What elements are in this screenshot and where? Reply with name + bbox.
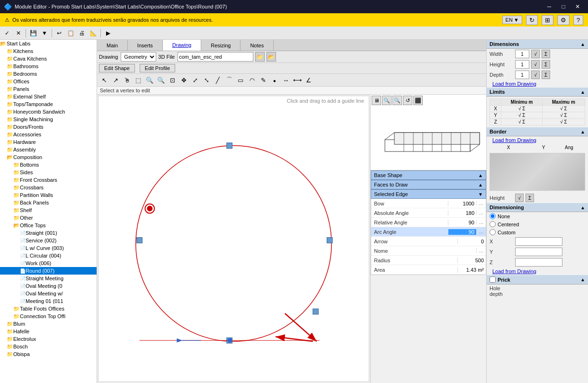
tool-zoom-in[interactable]: 🔍 xyxy=(144,75,155,85)
tool-cursor[interactable]: 🖱 xyxy=(122,75,132,85)
tree-item[interactable]: 📁 Kitchens xyxy=(0,47,97,55)
tool-copy[interactable]: ⤡ xyxy=(201,75,212,85)
dim-x-input[interactable] xyxy=(515,237,562,246)
dim-z-input[interactable] xyxy=(515,258,562,267)
width-sigma[interactable]: Σ xyxy=(542,50,550,58)
grid-button[interactable]: ⊞ xyxy=(542,15,553,25)
dropdown-button[interactable]: ▼ xyxy=(39,28,50,38)
dim-y-input[interactable] xyxy=(515,248,562,256)
language-button[interactable]: EN ▼ xyxy=(502,16,522,24)
tree-item[interactable]: 📁 Honeycomb Sandwich xyxy=(0,108,97,116)
maximize-button[interactable]: □ xyxy=(557,2,570,11)
tree-item[interactable]: 📁 Back Panels xyxy=(0,199,97,206)
print-button[interactable]: 🖨 xyxy=(77,28,87,38)
tool-zoom-fit[interactable]: ⊡ xyxy=(167,75,178,85)
tree-container[interactable]: 📂 Start Labs📁 Kitchens📁 Cava Kitchens📁 B… xyxy=(0,40,97,383)
tree-item[interactable]: 📂 Start Labs xyxy=(0,40,97,47)
radio-custom[interactable] xyxy=(490,229,496,235)
file-search-button[interactable]: 📁 xyxy=(255,52,265,62)
radio-centered[interactable] xyxy=(490,221,496,227)
help-button[interactable]: ? xyxy=(573,15,583,25)
tree-item[interactable]: 📁 Cava Kitchens xyxy=(0,55,97,62)
tool-arrow[interactable]: ↖ xyxy=(99,75,109,85)
tool-pan[interactable]: ⤢ xyxy=(190,75,200,85)
tool-node[interactable]: ⬥ xyxy=(269,75,280,85)
tree-item[interactable]: 📁 Bathrooms xyxy=(0,62,97,70)
tree-item[interactable]: 📁 Other xyxy=(0,214,97,222)
tab-inserts[interactable]: Inserts xyxy=(128,40,163,51)
load-from-drawing-link[interactable]: Load from Drawing xyxy=(490,80,539,88)
tree-item[interactable]: 📁 Doors/Fronts xyxy=(0,123,97,131)
preview-btn-2[interactable]: 🔍 xyxy=(382,96,392,105)
limits-z-max[interactable]: √ Σ xyxy=(542,119,585,125)
tree-item[interactable]: 📁 Bosch xyxy=(0,343,97,350)
settings-button[interactable]: ⚙ xyxy=(557,15,570,25)
limits-z-min[interactable]: √ Σ xyxy=(501,119,543,125)
tree-item[interactable]: 📁 Bottoms xyxy=(0,161,97,169)
edit-shape-button[interactable]: Edit Shape xyxy=(99,64,135,72)
border-height-sigma[interactable]: Σ xyxy=(526,194,534,202)
selected-edge-header[interactable]: Selected Edge ▼ xyxy=(371,189,486,199)
tree-item[interactable]: 📁 External Shelf xyxy=(0,93,97,100)
height-sigma[interactable]: Σ xyxy=(542,60,550,69)
radius-value[interactable]: 500 xyxy=(457,258,486,263)
height-sqrt[interactable]: √ xyxy=(531,60,540,69)
limits-expand[interactable]: ▲ xyxy=(580,89,585,95)
limits-y-max[interactable]: √ Σ xyxy=(542,112,585,119)
tree-item[interactable]: 📁 Panels xyxy=(0,85,97,93)
tree-item[interactable]: 📂 Composition xyxy=(0,153,97,161)
undo-button[interactable]: ↩ xyxy=(54,28,64,38)
tool-rect[interactable]: ▭ xyxy=(235,75,246,85)
tool-measure2[interactable]: ⟷ xyxy=(292,75,303,85)
tree-item[interactable]: 📄 Round (007) xyxy=(0,267,97,275)
edit-profile-button[interactable]: Edit Profile xyxy=(140,64,175,72)
copy-button[interactable]: 📋 xyxy=(65,28,76,38)
rel-angle-value[interactable]: 90 xyxy=(448,220,476,225)
tree-item[interactable]: 📄 Straight Meeting xyxy=(0,275,97,282)
tree-item[interactable]: 📁 Connection Top Offi xyxy=(0,312,97,320)
bow-dots[interactable]: … xyxy=(476,201,486,206)
tool-line[interactable]: ╱ xyxy=(213,75,223,85)
faces-draw-header[interactable]: Faces to Draw ▲ xyxy=(371,180,486,189)
tab-main[interactable]: Main xyxy=(97,40,128,51)
file-3d-input[interactable] xyxy=(178,52,253,62)
tool-arc[interactable]: ◠ xyxy=(247,75,257,85)
border-expand[interactable]: ▲ xyxy=(580,129,585,134)
width-sqrt[interactable]: √ xyxy=(531,50,540,58)
rel-angle-dots[interactable]: … xyxy=(476,220,486,225)
measure-button[interactable]: 📐 xyxy=(88,28,98,38)
tree-item[interactable]: 📁 Crossbars xyxy=(0,184,97,191)
tree-item[interactable]: 📁 Tops/Tamponade xyxy=(0,100,97,108)
border-height-sqrt[interactable]: √ xyxy=(515,194,524,202)
tree-item[interactable]: 📁 Hardware xyxy=(0,138,97,146)
limits-x-max[interactable]: √ Σ xyxy=(542,106,585,112)
tool-move[interactable]: ✥ xyxy=(178,75,189,85)
cancel-button[interactable]: ✕ xyxy=(13,28,24,38)
nome-dots[interactable]: … xyxy=(476,248,486,253)
tool-select[interactable]: ↗ xyxy=(110,75,121,85)
prick-label-row[interactable]: Prick xyxy=(490,276,510,283)
faces-draw-expand[interactable]: ▲ xyxy=(478,182,483,187)
tree-item[interactable]: 📄 Straight (001) xyxy=(0,229,97,237)
tree-item[interactable]: 📁 Electrolux xyxy=(0,335,97,343)
tool-zoom-out[interactable]: 🔍 xyxy=(156,75,166,85)
tree-item[interactable]: 📁 Shelf xyxy=(0,206,97,214)
tree-item[interactable]: 📁 Blum xyxy=(0,320,97,328)
width-input[interactable] xyxy=(515,50,529,58)
tree-item[interactable]: 📄 Work (006) xyxy=(0,259,97,267)
tree-item[interactable]: 📁 Offices xyxy=(0,78,97,85)
tree-item[interactable]: 📄 L w/ Curve (003) xyxy=(0,244,97,252)
arc-angle-value[interactable]: 90 xyxy=(448,229,476,235)
base-shape-header[interactable]: Base Shape ▲ xyxy=(371,170,486,180)
tree-item[interactable]: 📁 Accessories xyxy=(0,131,97,138)
drawing-dropdown[interactable]: Geometry xyxy=(121,52,156,62)
save-button[interactable]: 💾 xyxy=(28,28,38,38)
run-button[interactable]: ▶ xyxy=(103,28,113,38)
close-button[interactable]: ✕ xyxy=(571,2,584,11)
tab-notes[interactable]: Notes xyxy=(241,40,274,51)
tool-edit[interactable]: ✎ xyxy=(258,75,268,85)
tree-item[interactable]: 📄 Service (002) xyxy=(0,237,97,244)
bow-value[interactable]: 1000 xyxy=(448,201,476,206)
border-load-from-drawing[interactable]: Load from Drawing xyxy=(490,136,539,144)
limits-y-min[interactable]: √ Σ xyxy=(501,112,543,119)
